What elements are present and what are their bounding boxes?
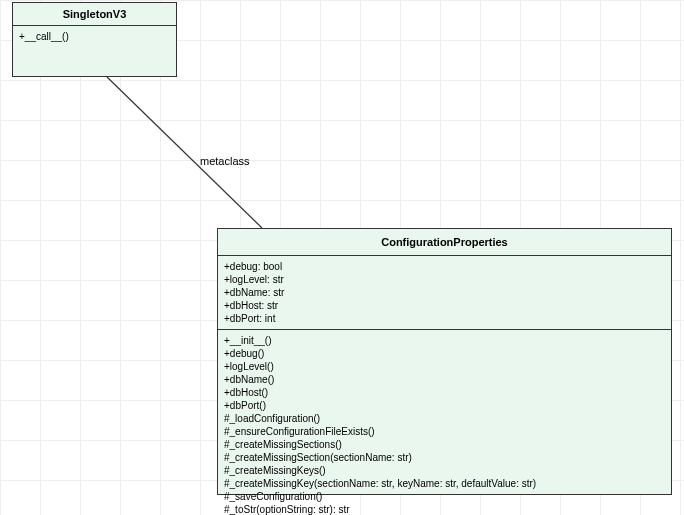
attributes-compartment: +debug: bool +logLevel: str +dbName: str… <box>218 256 671 330</box>
method: +debug() <box>224 347 665 360</box>
method: #_createMissingSections() <box>224 438 665 451</box>
relationship-label: metaclass <box>200 155 250 167</box>
class-name: ConfigurationProperties <box>218 229 671 256</box>
method: #_ensureConfigurationFileExists() <box>224 425 665 438</box>
method: +__call__() <box>19 30 170 43</box>
class-singletonv3[interactable]: SingletonV3 +__call__() <box>12 2 177 77</box>
method: #_createMissingKeys() <box>224 464 665 477</box>
method: +__init__() <box>224 334 665 347</box>
attribute: +dbPort: int <box>224 312 665 325</box>
attribute: +dbName: str <box>224 286 665 299</box>
method: #_saveConfiguration() <box>224 490 665 503</box>
method: +dbName() <box>224 373 665 386</box>
class-configurationproperties[interactable]: ConfigurationProperties +debug: bool +lo… <box>217 228 672 495</box>
method: #_createMissingKey(sectionName: str, key… <box>224 477 665 490</box>
method: #_createMissingSection(sectionName: str) <box>224 451 665 464</box>
attribute: +debug: bool <box>224 260 665 273</box>
attribute: +logLevel: str <box>224 273 665 286</box>
methods-compartment: +__call__() <box>13 26 176 82</box>
method: +dbHost() <box>224 386 665 399</box>
method: +dbPort() <box>224 399 665 412</box>
attribute: +dbHost: str <box>224 299 665 312</box>
method: +logLevel() <box>224 360 665 373</box>
method: #_loadConfiguration() <box>224 412 665 425</box>
method: #_toStr(optionString: str): str <box>224 503 665 515</box>
methods-compartment: +__init__() +debug() +logLevel() +dbName… <box>218 330 671 515</box>
class-name: SingletonV3 <box>13 3 176 26</box>
